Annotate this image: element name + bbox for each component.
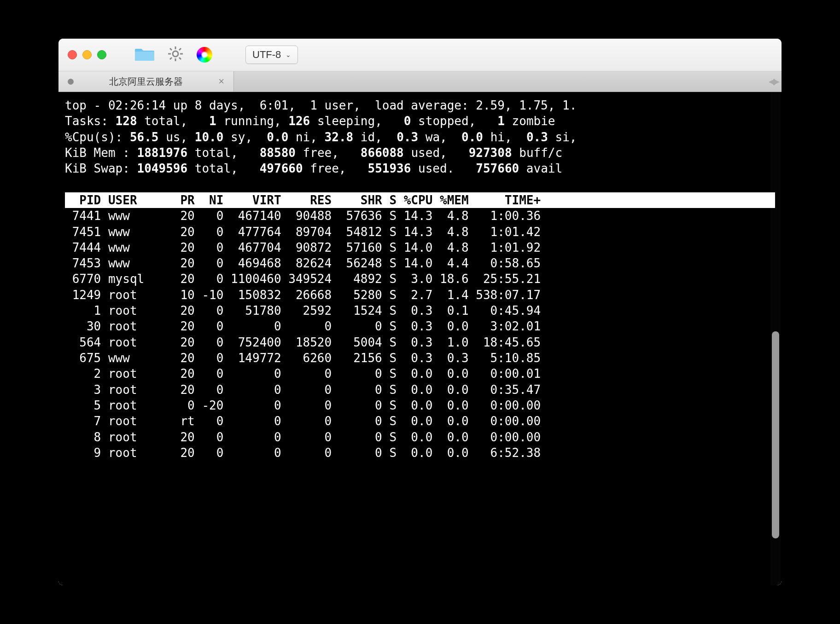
process-row: 2 root 20 0 0 0 0 S 0.0 0.0 0:00.01 [65, 366, 775, 381]
swap-line: KiB Swap: 1049596 total, 497660 free, 55… [65, 162, 562, 175]
svg-point-0 [173, 51, 178, 57]
process-header-row: PID USER PR NI VIRT RES SHR S %CPU %MEM … [65, 192, 775, 208]
process-row: 1 root 20 0 51780 2592 1524 S 0.3 0.1 0:… [65, 303, 775, 318]
process-row: 7453 www 20 0 469468 82624 56248 S 14.0 … [65, 255, 775, 271]
titlebar: UTF-8 ⌄ [58, 39, 782, 71]
process-row: 3 root 20 0 0 0 0 S 0.0 0.0 0:35.47 [65, 382, 775, 398]
svg-line-5 [170, 48, 172, 50]
top-uptime-line: top - 02:26:14 up 8 days, 6:01, 1 user, … [65, 98, 577, 112]
process-row: 7 root rt 0 0 0 0 S 0.0 0.0 0:00.00 [65, 413, 775, 429]
tasks-line: Tasks: 128 total, 1 running, 126 sleepin… [65, 114, 555, 128]
color-picker-icon[interactable] [197, 47, 212, 63]
toolbar-icons [135, 46, 212, 64]
mem-line: KiB Mem : 1881976 total, 88580 free, 866… [65, 146, 562, 160]
tab-active[interactable]: 北京阿里云服务器 × [58, 71, 234, 92]
svg-line-7 [179, 48, 181, 50]
terminal-output[interactable]: top - 02:26:14 up 8 days, 6:01, 1 user, … [58, 92, 782, 585]
process-row: 30 root 20 0 0 0 0 S 0.3 0.0 3:02.01 [65, 318, 775, 334]
cpu-line: %Cpu(s): 56.5 us, 10.0 sy, 0.0 ni, 32.8 … [65, 130, 577, 144]
traffic-lights [68, 50, 106, 59]
process-row: 7451 www 20 0 477764 89704 54812 S 14.3 … [65, 224, 775, 240]
process-row: 6770 mysql 20 0 1100460 349524 4892 S 3.… [65, 271, 775, 287]
tab-title: 北京阿里云服务器 [109, 75, 183, 88]
scrollbar-thumb[interactable] [772, 331, 779, 538]
close-icon[interactable]: × [218, 75, 224, 87]
process-row: 9 root 20 0 0 0 0 S 0.0 0.0 6:52.38 [65, 445, 775, 461]
process-row: 7444 www 20 0 467704 90872 57160 S 14.0 … [65, 240, 775, 255]
process-row: 7441 www 20 0 467140 90488 57636 S 14.3 … [65, 208, 775, 224]
process-row: 564 root 20 0 752400 18520 5004 S 0.3 1.… [65, 335, 775, 350]
process-row: 675 www 20 0 149772 6260 2156 S 0.3 0.3 … [65, 350, 775, 366]
gear-icon[interactable] [167, 46, 184, 64]
process-row: 1249 root 10 -10 150832 26668 5280 S 2.7… [65, 287, 775, 303]
process-row: 5 root 0 -20 0 0 0 S 0.0 0.0 0:00.00 [65, 398, 775, 413]
tab-status-dot [68, 79, 74, 85]
scrollbar-track[interactable] [770, 92, 781, 585]
encoding-dropdown[interactable]: UTF-8 ⌄ [245, 46, 298, 64]
zoom-window-button[interactable] [97, 50, 106, 59]
terminal-window: UTF-8 ⌄ 北京阿里云服务器 × ◀▶ top - 02:26:14 up … [58, 39, 782, 585]
svg-line-6 [179, 58, 181, 59]
svg-line-8 [170, 58, 172, 59]
folder-icon[interactable] [135, 46, 154, 64]
tabbar: 北京阿里云服务器 × ◀▶ [58, 71, 782, 92]
chevron-down-icon: ⌄ [286, 51, 291, 58]
tab-overflow-icon[interactable]: ◀▶ [769, 76, 778, 87]
encoding-label: UTF-8 [252, 49, 281, 61]
close-window-button[interactable] [68, 50, 77, 59]
process-row: 8 root 20 0 0 0 0 S 0.0 0.0 0:00.00 [65, 429, 775, 445]
process-rows: 7441 www 20 0 467140 90488 57636 S 14.3 … [65, 208, 775, 461]
minimize-window-button[interactable] [82, 50, 92, 59]
